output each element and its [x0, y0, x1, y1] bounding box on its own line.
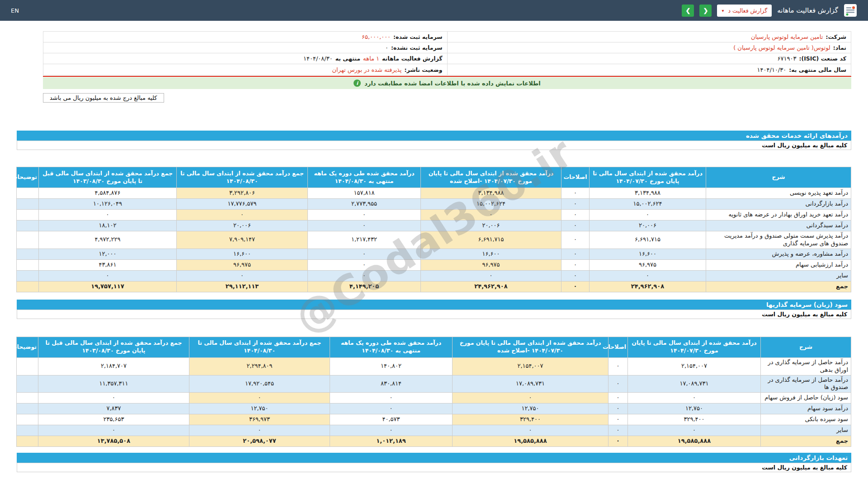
column-header: درآمد محقق شده از ابتدای سال مالی تا پای…	[628, 337, 761, 357]
table-row: سود (زیان) حاصل از فروش سهام۰۰۰۰۰۰	[17, 393, 851, 404]
value-cell: ۱۶,۶۰۰	[590, 249, 706, 259]
row-label: درآمد ارزشیابی سهام	[706, 259, 851, 270]
value-cell: ۳,۱۳۴,۹۸۸	[590, 188, 706, 199]
registered-capital-label: سرمایه ثبت شده:	[393, 33, 442, 40]
issuer-status-label: وضعیت ناشر:	[404, 66, 442, 73]
prev-report-button[interactable]: ❮	[699, 5, 712, 17]
value-cell	[17, 270, 39, 281]
value-cell: ۰	[628, 393, 761, 404]
value-cell: ۰	[177, 270, 308, 281]
value-cell: ۰	[561, 249, 590, 259]
value-cell: ۰	[330, 404, 453, 414]
value-cell: ۴,۵۸۴,۸۷۶	[39, 188, 177, 199]
value-cell: ۰	[308, 249, 421, 259]
value-cell	[17, 414, 38, 425]
value-cell: ۴۰,۵۷۳	[330, 414, 453, 425]
value-cell	[17, 259, 39, 270]
value-cell	[17, 357, 38, 375]
chevron-right-icon: ❮	[703, 7, 708, 14]
value-cell: ۱۵,۰۰۲,۶۲۴	[421, 199, 561, 210]
info-row: سال مالی منتهی به: ۱۴۰۴/۱۰/۳۰ وضعیت ناشر…	[43, 64, 851, 75]
report-type-dropdown-label: گزارش فعالیت د	[728, 7, 767, 14]
value-cell: ۹۶,۹۷۵	[590, 259, 706, 270]
value-cell: ۰	[609, 436, 628, 447]
value-cell: ۱۴۰,۸۰۲	[330, 357, 453, 375]
isic-cell: کد صنعت (ISIC): ۶۷۱۹۰۳	[448, 53, 851, 64]
value-cell: ۰	[189, 425, 330, 436]
value-cell: ۰	[421, 210, 561, 221]
value-cell: ۰	[330, 393, 453, 404]
report-type-dropdown[interactable]: گزارش فعالیت د ▾	[717, 5, 772, 17]
value-cell: ۰	[330, 425, 453, 436]
value-cell	[17, 199, 39, 210]
page-container: شرکت: تامین سرمایه لوتوس پارسیان سرمایه …	[17, 31, 851, 472]
section-unit-note: کلیه مبالغ به میلیون ریال است	[17, 463, 851, 472]
info-row: شرکت: تامین سرمایه لوتوس پارسیان سرمایه …	[43, 32, 851, 42]
column-header: اصلاحات	[561, 167, 590, 188]
company-info-table: شرکت: تامین سرمایه لوتوس پارسیان سرمایه …	[43, 31, 851, 75]
row-label: درآمد تعهد پذیره نویسی	[706, 188, 851, 199]
value-cell	[17, 393, 38, 404]
signature-match-banner: اطلاعات نمایش داده شده با اطلاعات امضا ش…	[43, 77, 851, 89]
value-cell	[17, 210, 39, 221]
value-cell: ۰	[590, 270, 706, 281]
isic-label: کد صنعت (ISIC):	[799, 55, 846, 62]
column-header: اصلاحات	[609, 337, 628, 357]
column-header: درآمد محقق شده از ابتدای سال مالی تا پای…	[590, 167, 706, 188]
value-cell: ۱۰,۱۲۶,۰۴۹	[39, 199, 177, 210]
value-cell: ۰	[628, 425, 761, 436]
row-label: درآمد سود سهام	[761, 404, 851, 414]
red-divider	[43, 76, 851, 77]
next-report-button[interactable]: ❯	[682, 5, 694, 17]
table-row: درآمد حاصل از سرمایه گذاری در اوراق بدهی…	[17, 357, 851, 375]
report-label: گزارش فعالیت ماهانه	[382, 55, 443, 62]
section-title-bar: درآمدهای ارائه خدمات محقق شده	[17, 131, 851, 141]
value-cell: ۷,۹۰۹,۱۴۷	[177, 231, 308, 249]
column-header: درآمد محقق شده طی دوره یک ماهه منتهی به …	[308, 167, 421, 188]
row-label: جمع	[706, 281, 851, 292]
value-cell: ۱۲,۰۰۰	[39, 249, 177, 259]
signature-match-text: اطلاعات نمایش داده شده با اطلاعات امضا ش…	[364, 80, 541, 87]
registered-capital-value: ۶۵,۰۰۰,۰۰۰	[362, 33, 391, 40]
value-cell	[17, 281, 39, 292]
section-title-bar: تعهدات بازارگردانی	[17, 453, 851, 463]
value-cell: ۱۷,۹۲۰,۵۴۵	[189, 375, 330, 393]
value-cell: ۰	[308, 259, 421, 270]
fiscal-year-cell: سال مالی منتهی به: ۱۴۰۴/۱۰/۳۰	[448, 64, 851, 75]
page-title: گزارش فعالیت ماهانه	[777, 6, 838, 14]
row-label: سود (زیان) حاصل از فروش سهام	[761, 393, 851, 404]
table-row: درآمد سبدگردانی۲۰,۰۰۶۰۲۰,۰۰۶۰۲۰,۰۰۶۱۸,۱۰…	[17, 221, 851, 231]
value-cell: ۹۶,۹۷۵	[177, 259, 308, 270]
language-toggle-link[interactable]: EN	[11, 7, 19, 14]
value-cell: ۰	[189, 393, 330, 404]
value-cell: ۲۳۵,۶۵۳	[38, 414, 189, 425]
value-cell: ۱۶,۶۰۰	[177, 249, 308, 259]
section-unit-note: کلیه مبالغ به میلیون ریال است	[17, 310, 851, 319]
value-cell: ۱۷,۰۸۹,۷۳۱	[453, 375, 609, 393]
value-cell	[17, 375, 38, 393]
value-cell: ۱۳,۷۸۵,۵۰۸	[38, 436, 189, 447]
value-cell: ۰	[609, 357, 628, 375]
row-label: جمع	[761, 436, 851, 447]
value-cell: ۳,۱۳۴,۹۸۸	[421, 188, 561, 199]
fiscal-year-value: ۱۴۰۴/۱۰/۳۰	[757, 66, 787, 73]
value-cell: ۰	[421, 270, 561, 281]
value-cell: ۰	[609, 414, 628, 425]
value-cell: ۱۸,۱۰۲	[39, 221, 177, 231]
value-cell: ۰	[609, 393, 628, 404]
value-cell: ۰	[609, 375, 628, 393]
table-row: درآمد تعهد خرید اوراق بهادار در عرضه های…	[17, 210, 851, 221]
value-cell: ۰	[308, 210, 421, 221]
value-cell: ۱,۰۱۲,۱۸۹	[330, 436, 453, 447]
value-cell	[17, 221, 39, 231]
value-cell: ۰	[453, 425, 609, 436]
column-header: درآمد محقق شده از ابتدای سال مالی تا پای…	[421, 167, 561, 188]
value-cell: ۱۹,۷۵۷,۱۱۷	[39, 281, 177, 292]
value-cell	[17, 249, 39, 259]
column-header: جمع درآمد محقق شده از ابتدای سال مالی قب…	[39, 167, 177, 188]
value-cell: ۰	[308, 221, 421, 231]
value-cell	[17, 404, 38, 414]
report-ending-date: ۱۴۰۴/۰۸/۳۰	[303, 55, 333, 62]
info-row: نماد: لوتوس( تامین سرمایه لوتوس پارسیان …	[43, 42, 851, 53]
report-period-cell: گزارش فعالیت ماهانه ۱ ماهه منتهی به ۱۴۰۴…	[43, 53, 448, 64]
